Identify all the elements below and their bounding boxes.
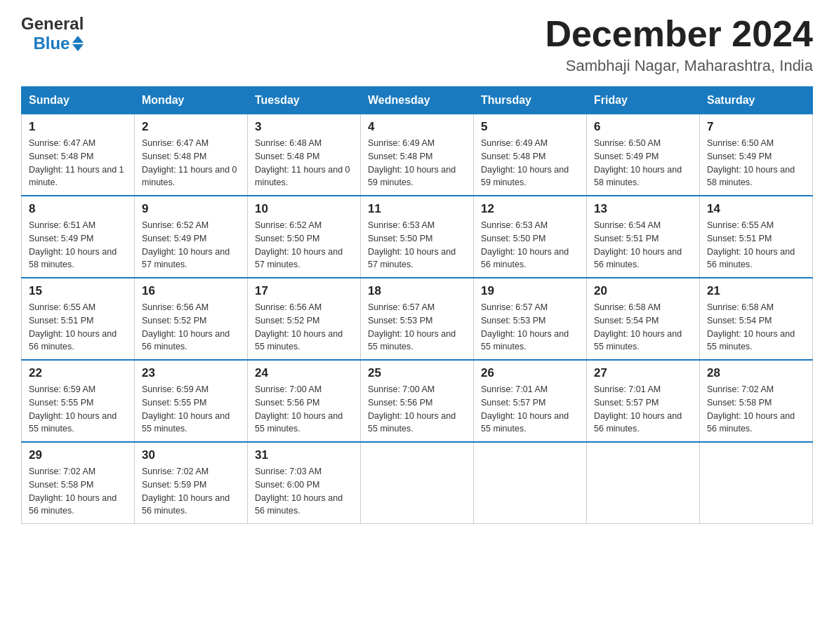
day-info: Sunrise: 7:02 AM Sunset: 5:58 PM Dayligh…: [29, 465, 127, 518]
header-day-monday: Monday: [135, 87, 248, 114]
header-day-tuesday: Tuesday: [248, 87, 361, 114]
day-number: 9: [142, 202, 240, 216]
day-cell: 7 Sunrise: 6:50 AM Sunset: 5:49 PM Dayli…: [700, 114, 813, 196]
day-info: Sunrise: 6:48 AM Sunset: 5:48 PM Dayligh…: [255, 137, 353, 189]
day-number: 8: [29, 202, 127, 216]
day-cell: 24 Sunrise: 7:00 AM Sunset: 5:56 PM Dayl…: [248, 360, 361, 442]
header-day-saturday: Saturday: [700, 87, 813, 114]
day-number: 19: [481, 284, 579, 298]
day-number: 24: [255, 366, 353, 380]
day-cell: 2 Sunrise: 6:47 AM Sunset: 5:48 PM Dayli…: [135, 114, 248, 196]
week-row-4: 22 Sunrise: 6:59 AM Sunset: 5:55 PM Dayl…: [22, 360, 813, 442]
day-cell: 29 Sunrise: 7:02 AM Sunset: 5:58 PM Dayl…: [22, 442, 135, 524]
day-cell: 8 Sunrise: 6:51 AM Sunset: 5:49 PM Dayli…: [22, 196, 135, 278]
day-number: 6: [594, 120, 692, 134]
header-day-sunday: Sunday: [22, 87, 135, 114]
week-row-1: 1 Sunrise: 6:47 AM Sunset: 5:48 PM Dayli…: [22, 114, 813, 196]
day-number: 4: [368, 120, 466, 134]
day-info: Sunrise: 6:59 AM Sunset: 5:55 PM Dayligh…: [29, 383, 127, 436]
day-info: Sunrise: 6:54 AM Sunset: 5:51 PM Dayligh…: [594, 219, 692, 271]
day-number: 27: [594, 366, 692, 380]
day-info: Sunrise: 6:50 AM Sunset: 5:49 PM Dayligh…: [594, 137, 692, 189]
day-number: 26: [481, 366, 579, 380]
day-cell: 31 Sunrise: 7:03 AM Sunset: 6:00 PM Dayl…: [248, 442, 361, 524]
day-cell: 22 Sunrise: 6:59 AM Sunset: 5:55 PM Dayl…: [22, 360, 135, 442]
day-info: Sunrise: 6:58 AM Sunset: 5:54 PM Dayligh…: [707, 301, 805, 354]
day-info: Sunrise: 7:01 AM Sunset: 5:57 PM Dayligh…: [481, 383, 579, 436]
day-number: 12: [481, 202, 579, 216]
day-info: Sunrise: 6:56 AM Sunset: 5:52 PM Dayligh…: [255, 301, 353, 354]
header-day-friday: Friday: [587, 87, 700, 114]
day-cell: [361, 442, 474, 524]
header-day-thursday: Thursday: [474, 87, 587, 114]
day-number: 21: [707, 284, 805, 298]
day-info: Sunrise: 6:47 AM Sunset: 5:48 PM Dayligh…: [142, 137, 240, 189]
day-info: Sunrise: 6:56 AM Sunset: 5:52 PM Dayligh…: [142, 301, 240, 354]
day-cell: 14 Sunrise: 6:55 AM Sunset: 5:51 PM Dayl…: [700, 196, 813, 278]
day-number: 28: [707, 366, 805, 380]
logo-blue: Blue: [33, 34, 70, 53]
day-number: 5: [481, 120, 579, 134]
day-cell: 3 Sunrise: 6:48 AM Sunset: 5:48 PM Dayli…: [248, 114, 361, 196]
day-number: 25: [368, 366, 466, 380]
day-info: Sunrise: 6:49 AM Sunset: 5:48 PM Dayligh…: [368, 137, 466, 189]
day-info: Sunrise: 7:02 AM Sunset: 5:58 PM Dayligh…: [707, 383, 805, 436]
day-number: 20: [594, 284, 692, 298]
day-number: 2: [142, 120, 240, 134]
day-number: 10: [255, 202, 353, 216]
calendar-table: SundayMondayTuesdayWednesdayThursdayFrid…: [21, 86, 813, 524]
day-number: 15: [29, 284, 127, 298]
day-info: Sunrise: 7:02 AM Sunset: 5:59 PM Dayligh…: [142, 465, 240, 518]
day-number: 14: [707, 202, 805, 216]
day-number: 18: [368, 284, 466, 298]
day-info: Sunrise: 6:47 AM Sunset: 5:48 PM Dayligh…: [29, 137, 127, 189]
day-number: 16: [142, 284, 240, 298]
day-cell: 16 Sunrise: 6:56 AM Sunset: 5:52 PM Dayl…: [135, 278, 248, 360]
day-cell: 11 Sunrise: 6:53 AM Sunset: 5:50 PM Dayl…: [361, 196, 474, 278]
day-info: Sunrise: 6:49 AM Sunset: 5:48 PM Dayligh…: [481, 137, 579, 189]
week-row-5: 29 Sunrise: 7:02 AM Sunset: 5:58 PM Dayl…: [22, 442, 813, 524]
logo: General Blue: [21, 14, 84, 53]
day-cell: 21 Sunrise: 6:58 AM Sunset: 5:54 PM Dayl…: [700, 278, 813, 360]
day-number: 13: [594, 202, 692, 216]
day-cell: 28 Sunrise: 7:02 AM Sunset: 5:58 PM Dayl…: [700, 360, 813, 442]
day-cell: 26 Sunrise: 7:01 AM Sunset: 5:57 PM Dayl…: [474, 360, 587, 442]
day-info: Sunrise: 6:50 AM Sunset: 5:49 PM Dayligh…: [707, 137, 805, 189]
day-info: Sunrise: 7:00 AM Sunset: 5:56 PM Dayligh…: [255, 383, 353, 436]
header-day-wednesday: Wednesday: [361, 87, 474, 114]
day-info: Sunrise: 6:52 AM Sunset: 5:50 PM Dayligh…: [255, 219, 353, 271]
day-number: 31: [255, 448, 353, 462]
day-number: 11: [368, 202, 466, 216]
day-number: 3: [255, 120, 353, 134]
day-info: Sunrise: 6:58 AM Sunset: 5:54 PM Dayligh…: [594, 301, 692, 354]
day-number: 29: [29, 448, 127, 462]
day-info: Sunrise: 6:52 AM Sunset: 5:49 PM Dayligh…: [142, 219, 240, 271]
day-info: Sunrise: 6:55 AM Sunset: 5:51 PM Dayligh…: [707, 219, 805, 271]
day-info: Sunrise: 6:57 AM Sunset: 5:53 PM Dayligh…: [368, 301, 466, 354]
day-number: 22: [29, 366, 127, 380]
day-cell: 12 Sunrise: 6:53 AM Sunset: 5:50 PM Dayl…: [474, 196, 587, 278]
day-info: Sunrise: 6:55 AM Sunset: 5:51 PM Dayligh…: [29, 301, 127, 354]
day-cell: [474, 442, 587, 524]
day-info: Sunrise: 7:03 AM Sunset: 6:00 PM Dayligh…: [255, 465, 353, 518]
week-row-3: 15 Sunrise: 6:55 AM Sunset: 5:51 PM Dayl…: [22, 278, 813, 360]
day-number: 1: [29, 120, 127, 134]
day-info: Sunrise: 6:53 AM Sunset: 5:50 PM Dayligh…: [481, 219, 579, 271]
day-info: Sunrise: 6:51 AM Sunset: 5:49 PM Dayligh…: [29, 219, 127, 271]
day-info: Sunrise: 6:53 AM Sunset: 5:50 PM Dayligh…: [368, 219, 466, 271]
day-number: 30: [142, 448, 240, 462]
day-cell: 6 Sunrise: 6:50 AM Sunset: 5:49 PM Dayli…: [587, 114, 700, 196]
day-cell: [700, 442, 813, 524]
week-row-2: 8 Sunrise: 6:51 AM Sunset: 5:49 PM Dayli…: [22, 196, 813, 278]
day-cell: 17 Sunrise: 6:56 AM Sunset: 5:52 PM Dayl…: [248, 278, 361, 360]
day-cell: 1 Sunrise: 6:47 AM Sunset: 5:48 PM Dayli…: [22, 114, 135, 196]
day-cell: 5 Sunrise: 6:49 AM Sunset: 5:48 PM Dayli…: [474, 114, 587, 196]
day-cell: [587, 442, 700, 524]
logo-icon: [72, 36, 84, 51]
day-cell: 27 Sunrise: 7:01 AM Sunset: 5:57 PM Dayl…: [587, 360, 700, 442]
header-row: SundayMondayTuesdayWednesdayThursdayFrid…: [22, 87, 813, 114]
day-cell: 23 Sunrise: 6:59 AM Sunset: 5:55 PM Dayl…: [135, 360, 248, 442]
location: Sambhaji Nagar, Maharashtra, India: [545, 57, 813, 75]
day-info: Sunrise: 6:59 AM Sunset: 5:55 PM Dayligh…: [142, 383, 240, 436]
day-cell: 15 Sunrise: 6:55 AM Sunset: 5:51 PM Dayl…: [22, 278, 135, 360]
